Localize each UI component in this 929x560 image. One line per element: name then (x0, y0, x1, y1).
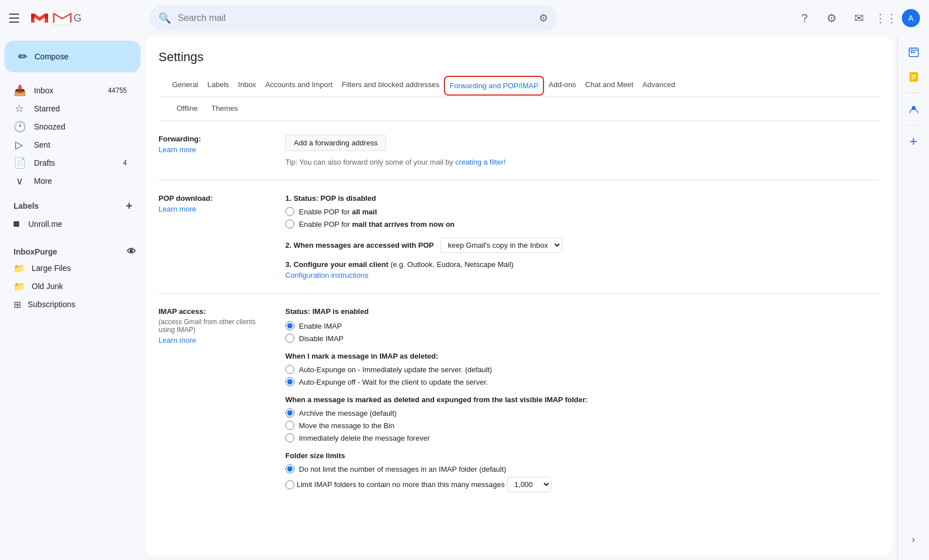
pop-all-mail-option[interactable]: Enable POP for all mail (285, 207, 879, 216)
forwarding-learn-more[interactable]: Learn more (159, 145, 272, 154)
topbar-right: ? ⚙ ✉ ⋮⋮ A (793, 7, 920, 29)
google-contacts-icon[interactable] (902, 98, 925, 120)
auto-expunge-on-option[interactable]: Auto-Expunge on - Immediately update the… (285, 365, 879, 374)
sidebar-item-sent[interactable]: ▷ Sent (0, 136, 136, 154)
filter-sliders-icon[interactable]: ⚙ (539, 12, 548, 24)
google-tasks-icon[interactable] (902, 66, 925, 88)
main-layout: ✏ Compose 📥 Inbox 44755 ☆ Starred 🕐 Snoo… (0, 36, 929, 560)
tab-labels[interactable]: Labels (203, 74, 233, 97)
sidebar-item-snoozed[interactable]: 🕐 Snoozed (0, 118, 136, 136)
right-panel-divider (907, 93, 921, 93)
tab-forwarding[interactable]: Forwarding and POP/IMAP (444, 76, 544, 96)
sidebar-item-unrollme[interactable]: Unroll.me (0, 215, 136, 233)
enable-imap-option[interactable]: Enable IMAP (285, 321, 879, 330)
sidebar-item-large-files[interactable]: 📁 Large Files (0, 259, 136, 277)
tab-chat[interactable]: Chat and Meet (581, 74, 638, 97)
pop-title: POP download: (159, 194, 272, 203)
disable-imap-option[interactable]: Disable IMAP (285, 334, 879, 343)
compose-button[interactable]: ✏ Compose (5, 41, 140, 72)
add-app-button[interactable]: + (902, 130, 925, 153)
pop-learn-more[interactable]: Learn more (159, 205, 272, 213)
tab-advanced[interactable]: Advanced (638, 74, 680, 97)
imap-deleted-title: When I mark a message in IMAP as deleted… (285, 352, 879, 360)
archive-message-radio[interactable] (285, 408, 294, 417)
settings-tabs: General Labels Inbox Accounts and Import… (159, 74, 879, 97)
auto-expunge-off-option[interactable]: Auto-Expunge off - Wait for the client t… (285, 377, 879, 386)
svg-text:Gmail: Gmail (74, 12, 82, 24)
subtab-themes[interactable]: Themes (207, 97, 242, 121)
sidebar-item-inbox[interactable]: 📥 Inbox 44755 (0, 81, 136, 100)
auto-expunge-on-radio[interactable] (285, 365, 294, 374)
add-label-button[interactable]: + (122, 199, 136, 213)
tab-filters[interactable]: Filters and blocked addresses (337, 74, 444, 97)
tab-general[interactable]: General (168, 74, 203, 97)
pop-label: POP download: Learn more (159, 194, 272, 279)
pop-content: 1. Status: POP is disabled Enable POP fo… (285, 194, 879, 279)
inbox-count: 44755 (108, 87, 127, 94)
help-icon[interactable]: ? (793, 7, 816, 29)
search-bar[interactable]: 🔍 ⚙ (149, 5, 557, 31)
no-limit-radio[interactable] (285, 464, 294, 473)
imap-desc: (access Gmail from other clients using I… (159, 318, 272, 334)
avatar[interactable]: A (902, 9, 920, 27)
limit-option[interactable]: Limit IMAP folders to contain no more th… (285, 477, 879, 492)
move-bin-label: Move the message to the Bin (299, 421, 394, 430)
settings-header: Settings General Labels Inbox Accounts a… (145, 36, 893, 121)
sidebar-item-drafts[interactable]: 📄 Drafts 4 (0, 154, 136, 172)
pop-access-dropdown[interactable]: keep Gmail's copy in the Inboxarchive Gm… (440, 238, 562, 253)
imap-content: Status: IMAP is enabled Enable IMAP Disa… (285, 307, 879, 501)
pop-future-mail-radio[interactable] (285, 219, 294, 229)
hamburger-menu[interactable] (9, 11, 23, 25)
subscriptions-label: Subscriptions (28, 300, 75, 309)
forwarding-section: Forwarding: Learn more Add a forwarding … (159, 121, 879, 180)
inboxpurge-title: InboxPurge 👁 (0, 242, 145, 259)
inboxpurge-eye-icon[interactable]: 👁 (127, 247, 136, 257)
imap-learn-more[interactable]: Learn more (159, 336, 272, 344)
settings-subtabs: Offline Themes (159, 97, 879, 121)
svg-rect-7 (911, 51, 913, 53)
pop-enable-radio-group: Enable POP for all mail Enable POP for m… (285, 207, 879, 229)
drafts-label: Drafts (34, 158, 114, 167)
settings-sections: Forwarding: Learn more Add a forwarding … (145, 121, 893, 515)
subtab-offline[interactable]: Offline (172, 97, 202, 121)
configuration-instructions-link[interactable]: Configuration instructions (285, 271, 879, 279)
sent-label: Sent (34, 140, 127, 149)
tab-addons[interactable]: Add-ons (544, 74, 580, 97)
apps-grid-icon[interactable]: ⋮⋮ (875, 7, 897, 29)
pop-step3-desc: (e.g. Outlook, Eudora, Netscape Mail) (391, 260, 514, 269)
move-bin-option[interactable]: Move the message to the Bin (285, 421, 879, 430)
sidebar-item-starred[interactable]: ☆ Starred (0, 100, 136, 118)
sidebar-item-subscriptions[interactable]: ⊞ Subscriptions (0, 295, 136, 313)
disable-imap-radio[interactable] (285, 334, 294, 343)
delete-forever-label: Immediately delete the message forever (299, 434, 430, 442)
enable-imap-radio[interactable] (285, 321, 294, 330)
delete-forever-radio[interactable] (285, 433, 294, 442)
auto-expunge-off-radio[interactable] (285, 377, 294, 386)
pop-all-mail-radio[interactable] (285, 207, 294, 216)
settings-title: Settings (159, 50, 879, 64)
delete-forever-option[interactable]: Immediately delete the message forever (285, 433, 879, 442)
svg-rect-8 (913, 51, 915, 53)
forwarding-tip: Tip: You can also forward only some of y… (285, 158, 879, 166)
expand-panel-icon[interactable]: › (902, 528, 925, 551)
gmail-logo[interactable]: Gmail (29, 10, 82, 26)
tab-accounts[interactable]: Accounts and Import (260, 74, 337, 97)
compose-email-icon[interactable]: ✉ (847, 7, 870, 29)
move-bin-radio[interactable] (285, 421, 294, 430)
sidebar-item-more[interactable]: ∨ More (0, 172, 136, 190)
search-input[interactable] (178, 13, 532, 23)
archive-message-option[interactable]: Archive the message (default) (285, 408, 879, 417)
settings-icon[interactable]: ⚙ (820, 7, 843, 29)
google-calendar-icon[interactable] (902, 41, 925, 63)
folder-limit-dropdown[interactable]: 1,000 2,000 5,000 10,000 (507, 477, 551, 492)
sidebar-item-old-junk[interactable]: 📁 Old Junk (0, 277, 136, 295)
imap-enable-radio-group: Enable IMAP Disable IMAP (285, 321, 879, 343)
main-content: Settings General Labels Inbox Accounts a… (145, 36, 893, 555)
tab-inbox[interactable]: Inbox (234, 74, 261, 97)
more-chevron-icon: ∨ (14, 175, 25, 187)
add-forwarding-address-button[interactable]: Add a forwarding address (285, 135, 386, 151)
no-limit-option[interactable]: Do not limit the number of messages in a… (285, 464, 879, 473)
limit-radio[interactable] (285, 480, 294, 489)
pop-future-mail-option[interactable]: Enable POP for mail that arrives from no… (285, 219, 879, 229)
creating-filter-link[interactable]: creating a filter! (455, 158, 506, 166)
